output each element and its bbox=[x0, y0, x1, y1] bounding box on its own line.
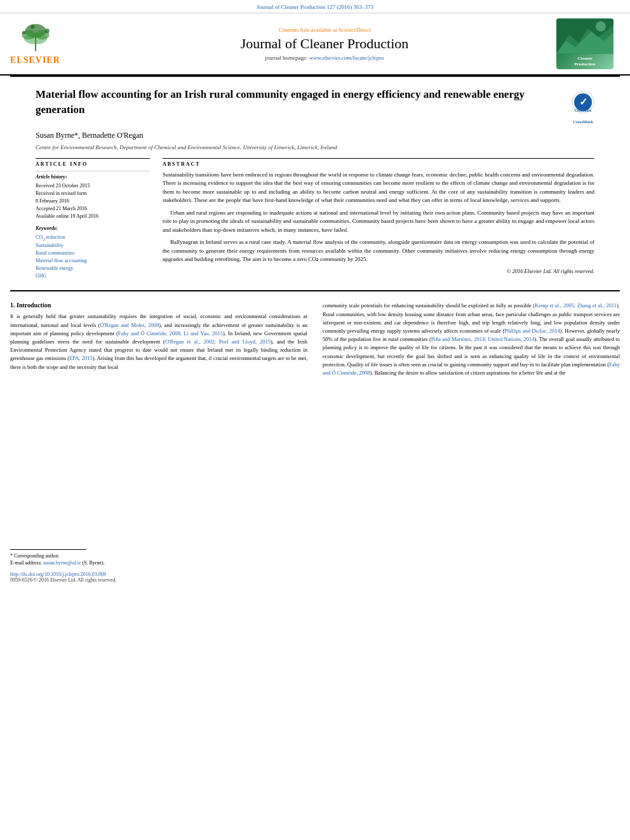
main-body: 1. Introduction It is generally held tha… bbox=[0, 291, 630, 589]
abstract-column: ABSTRACT Sustainability transitions have… bbox=[163, 158, 594, 281]
abstract-para-1: Sustainability transitions have been emb… bbox=[163, 171, 594, 205]
footnote-area: * Corresponding author. E-mail address: … bbox=[10, 549, 307, 583]
cp-logo-image bbox=[556, 18, 613, 54]
keyword-rural: Rural communities bbox=[36, 250, 150, 257]
body-right-column: community scale potentials for enhancing… bbox=[323, 302, 620, 583]
introduction-heading: 1. Introduction bbox=[10, 302, 307, 309]
keyword-sustainability: Sustainability bbox=[36, 242, 150, 250]
svg-text:CrossMark: CrossMark bbox=[575, 109, 591, 112]
ref-fahy-cinneide[interactable]: Fahy and Ó Cinnéide, 2008; Li and Yao, 2… bbox=[118, 330, 223, 337]
elsevier-logo-area: ELSEVIER bbox=[10, 22, 93, 65]
homepage-url[interactable]: www.elsevier.com/locate/jclepro bbox=[309, 55, 384, 61]
svg-text:✓: ✓ bbox=[579, 97, 587, 107]
copyright-text: © 2016 Elsevier Ltd. All rights reserved… bbox=[163, 268, 594, 274]
received-date: Received 23 October 2015 bbox=[36, 182, 150, 190]
crossmark-logo[interactable]: ✓ CrossMark CrossMark bbox=[572, 91, 594, 124]
affiliation-text: Centre for Environmental Research, Depar… bbox=[36, 144, 594, 150]
authors-text: Susan Byrne*, Bernadette O'Regan bbox=[36, 131, 594, 140]
keyword-renewable: Renewable energy bbox=[36, 265, 150, 272]
intro-para-2: community scale potentials for enhancing… bbox=[323, 302, 620, 377]
ref-fahy-cinneide-2[interactable]: Fahy and Ó Cinnéide, 2008 bbox=[323, 361, 620, 376]
section-number: 1. bbox=[10, 302, 15, 309]
article-title-row: Material flow accounting for an Irish ru… bbox=[36, 87, 594, 124]
abstract-body: Sustainability transitions have been emb… bbox=[163, 171, 594, 264]
received-revised-date: 8 February 2016 bbox=[36, 197, 150, 205]
corresponding-author: * Corresponding author. bbox=[10, 552, 307, 559]
cp-logo-text: Cleaner Production bbox=[574, 56, 595, 67]
history-label: Article history: bbox=[36, 174, 150, 180]
intro-para-1: It is generally held that greater sustai… bbox=[10, 312, 307, 371]
svg-point-6 bbox=[22, 31, 25, 34]
elsevier-tree-icon bbox=[10, 22, 61, 54]
citation-text: Journal of Cleaner Production 127 (2016)… bbox=[257, 4, 373, 10]
section-title: Introduction bbox=[17, 302, 51, 309]
email-line: E-mail address: susan.byrne@ul.ie (S. By… bbox=[10, 559, 307, 566]
doi-link[interactable]: http://dx.doi.org/10.1016/j.jclepro.2016… bbox=[10, 571, 106, 577]
svg-point-7 bbox=[45, 29, 50, 33]
svg-point-5 bbox=[24, 32, 47, 44]
science-direct-link-text[interactable]: ScienceDirect bbox=[338, 27, 370, 33]
article-content-area: Material flow accounting for an Irish ru… bbox=[10, 77, 620, 291]
crossmark-icon: ✓ CrossMark bbox=[572, 91, 594, 114]
homepage-label: journal homepage: www.elsevier.com/locat… bbox=[93, 55, 556, 61]
science-direct-label: Contents lists available at ScienceDirec… bbox=[93, 27, 556, 33]
abstract-para-2: Urban and rural regions are responding t… bbox=[163, 209, 594, 235]
journal-center-info: Contents lists available at ScienceDirec… bbox=[93, 27, 556, 61]
author-email[interactable]: susan.byrne@ul.ie bbox=[43, 560, 81, 566]
journal-title: Journal of Cleaner Production bbox=[93, 36, 556, 52]
keywords-section: Keywords: CO2 reduction Sustainability R… bbox=[36, 225, 150, 281]
elsevier-brand-text: ELSEVIER bbox=[10, 55, 60, 65]
svg-point-12 bbox=[596, 22, 606, 32]
cp-logo-area: Cleaner Production bbox=[556, 18, 620, 69]
info-abstract-columns: ARTICLE INFO Article history: Received 2… bbox=[36, 158, 594, 281]
abstract-para-3: Ballynagran in Ireland serves as a rural… bbox=[163, 238, 594, 264]
available-date: Available online 19 April 2016 bbox=[36, 213, 150, 220]
article-title-text: Material flow accounting for an Irish ru… bbox=[36, 87, 559, 117]
ref-oregan-moles[interactable]: O'Regan and Moles, 2008 bbox=[100, 322, 159, 328]
footnote-divider bbox=[10, 549, 86, 550]
ref-epa[interactable]: EPA, 2015 bbox=[69, 355, 93, 361]
accepted-date: Accepted 21 March 2016 bbox=[36, 205, 150, 213]
cleaner-production-logo: Cleaner Production bbox=[556, 18, 613, 69]
ref-oregan-peel[interactable]: O'Regan et al., 2002; Peel and Lloyd, 20… bbox=[165, 338, 271, 345]
article-history-section: Article history: Received 23 October 201… bbox=[36, 171, 150, 220]
crossmark-label: CrossMark bbox=[572, 119, 594, 124]
keywords-label: Keywords: bbox=[36, 225, 150, 231]
keyword-co2: CO2 reduction bbox=[36, 234, 150, 243]
issn-text: 0959-6526/© 2016 Elsevier Ltd. All right… bbox=[10, 577, 307, 583]
keyword-mfa: Material flow accounting bbox=[36, 257, 150, 265]
ref-phillips-dickie[interactable]: Phillips and Dickie, 2014 bbox=[504, 328, 560, 334]
citation-bar: Journal of Cleaner Production 127 (2016)… bbox=[0, 0, 630, 13]
keyword-ghg: GHG bbox=[36, 272, 150, 280]
body-columns: 1. Introduction It is generally held tha… bbox=[10, 302, 620, 583]
body-left-column: 1. Introduction It is generally held tha… bbox=[10, 302, 307, 583]
svg-point-8 bbox=[31, 25, 34, 29]
article-info-column: ARTICLE INFO Article history: Received 2… bbox=[36, 158, 150, 281]
ref-kemp-zhang[interactable]: Kemp et al., 2005; Zhang et al., 2011 bbox=[535, 302, 617, 309]
doi-area: http://dx.doi.org/10.1016/j.jclepro.2016… bbox=[10, 570, 307, 577]
journal-header: ELSEVIER Contents lists available at Sci… bbox=[0, 13, 630, 76]
received-revised-label: Received in revised form bbox=[36, 190, 150, 197]
abstract-section-label: ABSTRACT bbox=[163, 158, 594, 167]
article-info-label: ARTICLE INFO bbox=[36, 158, 150, 167]
ref-pina-un[interactable]: Piña and Martínez, 2014; United Nations,… bbox=[431, 336, 535, 342]
